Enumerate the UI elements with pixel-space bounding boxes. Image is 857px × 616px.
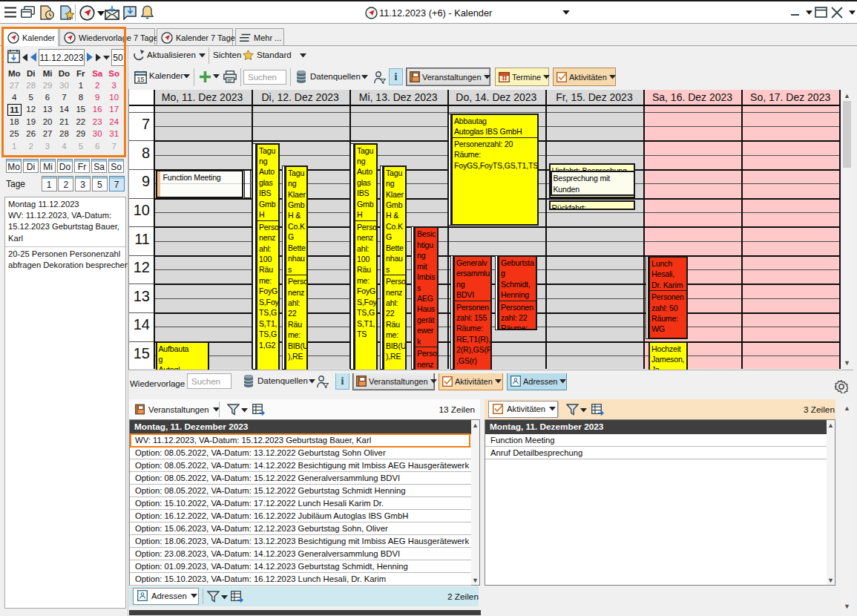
svg-text:15: 15	[137, 76, 144, 83]
